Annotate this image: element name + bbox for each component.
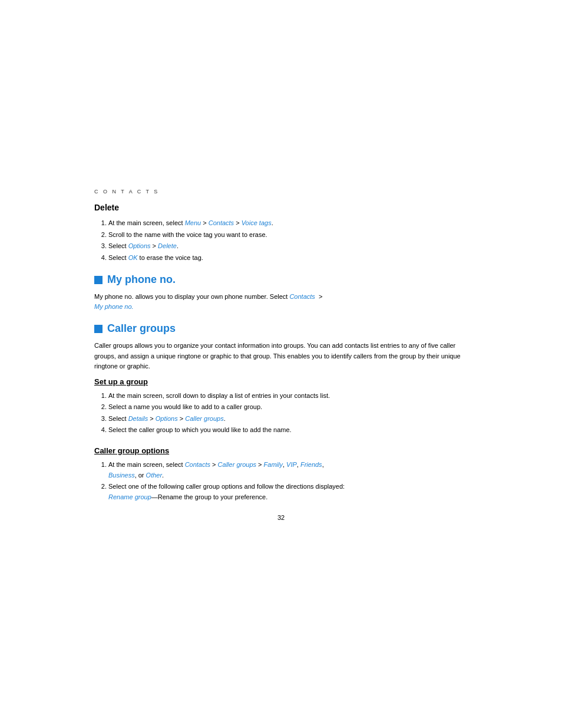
delete-step1-menu-link[interactable]: Menu [185,219,201,226]
caller-groups-heading: Caller groups [94,322,468,335]
setup-group-heading: Set up a group [94,377,468,386]
caller-group-options-heading: Caller group options [94,446,468,455]
setup-group-step-1: At the main screen, scroll down to displ… [108,391,468,401]
caller-groups-body: Caller groups allows you to organize you… [94,341,468,371]
my-phone-no-link[interactable]: My phone no. [94,303,134,310]
my-phone-no-heading: My phone no. [94,274,468,286]
delete-section: Delete At the main screen, select Menu >… [94,203,468,263]
cgo-friends-link[interactable]: Friends [300,461,322,468]
page-number: 32 [94,514,468,521]
caller-groups-blue-square [94,325,103,333]
caller-group-options-steps-list: At the main screen, select Contacts > Ca… [108,460,468,502]
my-phone-no-section: My phone no. My phone no. allows you to … [94,274,468,312]
caller-groups-section: Caller groups Caller groups allows you t… [94,322,468,502]
delete-step-2: Scroll to the name with the voice tag yo… [108,230,468,241]
delete-step-1: At the main screen, select Menu > Contac… [108,218,468,229]
setup-callergroups-link[interactable]: Caller groups [185,415,223,422]
cgo-family-link[interactable]: Family [264,461,283,468]
cgo-vip-link[interactable]: VIP [286,461,297,468]
caller-group-options-subsection: Caller group options At the main screen,… [94,446,468,502]
cgo-callergroups-link[interactable]: Caller groups [218,461,256,468]
delete-step-3: Select Options > Delete. [108,241,468,252]
delete-step-4: Select OK to erase the voice tag. [108,253,468,263]
rename-group-line: Rename group—Rename the group to your pr… [108,493,267,500]
content-area: C o n t a c t s Delete At the main scree… [0,0,562,568]
setup-options-link[interactable]: Options [156,415,178,422]
delete-heading: Delete [94,203,468,212]
delete-step3-options-link[interactable]: Options [128,242,151,249]
setup-details-link[interactable]: Details [128,415,148,422]
setup-group-step-3: Select Details > Options > Caller groups… [108,414,468,424]
delete-step1-voicetags-link[interactable]: Voice tags [242,219,272,226]
delete-step3-delete-link[interactable]: Delete [158,242,177,249]
cgo-contacts-link[interactable]: Contacts [185,461,210,468]
rename-group-link[interactable]: Rename group [108,493,151,500]
delete-step4-ok-link[interactable]: OK [128,254,138,261]
page: C o n t a c t s Delete At the main scree… [0,0,562,728]
section-label: C o n t a c t s [94,189,468,195]
setup-group-step-2: Select a name you would like to add to a… [108,402,468,413]
setup-group-steps-list: At the main screen, scroll down to displ… [108,391,468,436]
setup-group-step-4: Select the caller group to which you wou… [108,425,468,436]
delete-step1-before: At the main screen, select [108,219,185,226]
setup-group-subsection: Set up a group At the main screen, scrol… [94,377,468,436]
cgo-other-link[interactable]: Other [146,472,163,479]
caller-group-options-step-2: Select one of the following caller group… [108,482,468,502]
my-phone-no-blue-square [94,276,103,284]
delete-step1-contacts-link[interactable]: Contacts [209,219,234,226]
caller-group-options-step-1: At the main screen, select Contacts > Ca… [108,460,468,480]
cgo-business-link[interactable]: Business [108,472,135,479]
my-phone-contacts-link[interactable]: Contacts [289,293,315,300]
my-phone-no-body: My phone no. allows you to display your … [94,292,468,312]
delete-steps-list: At the main screen, select Menu > Contac… [108,218,468,263]
